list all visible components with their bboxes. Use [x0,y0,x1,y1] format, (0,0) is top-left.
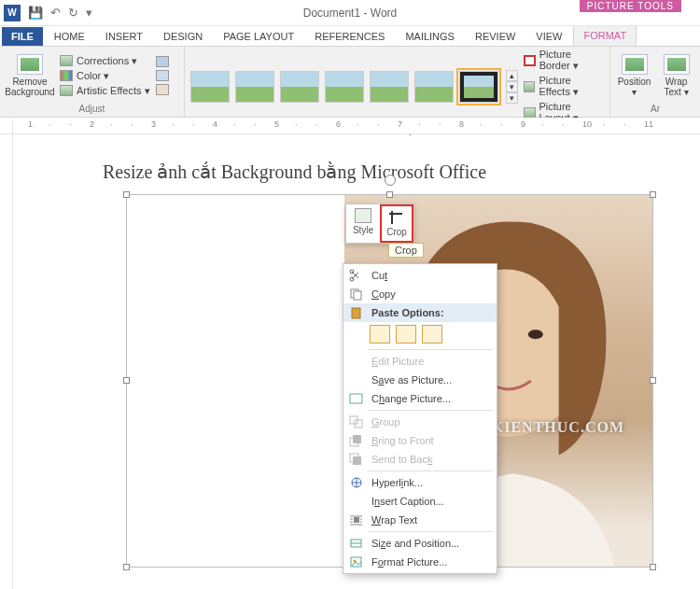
corrections-button[interactable]: Corrections ▾ [60,55,150,67]
artistic-effects-button[interactable]: Artistic Effects ▾ [60,85,150,97]
artistic-effects-icon [60,85,73,96]
resize-handle[interactable] [123,564,130,570]
gallery-more-icon[interactable]: ▾ [506,92,518,104]
horizontal-ruler[interactable]: 1··2··3··4··5··6··7··8··9··10··11 [0,118,700,134]
wrap-text-icon [664,54,690,75]
style-icon [355,208,371,223]
ctx-save-as-picture[interactable]: Save as Picture... [343,371,497,389]
change-picture-ribbon-button[interactable] [156,70,169,81]
group-icon [349,415,364,428]
size-icon [349,537,364,550]
color-label: Color ▾ [77,70,109,82]
reset-icon [156,84,169,95]
ctx-group: Group [343,413,497,431]
ctx-hyperlink[interactable]: Hyperlink... [343,473,497,492]
gallery-down-icon[interactable]: ▾ [506,81,518,92]
ctx-change-picture[interactable]: Change Picture... [343,389,497,408]
ctx-send-back: Send to Back [343,450,497,469]
tab-references[interactable]: REFERENCES [305,27,394,46]
paste-option-keep-source[interactable] [370,325,390,344]
picture-border-button[interactable]: Picture Border ▾ [524,49,604,72]
scissors-icon [349,269,364,282]
tab-mailings[interactable]: MAILINGS [396,27,464,46]
resize-handle[interactable] [386,191,393,198]
tab-page-layout[interactable]: PAGE LAYOUT [214,27,303,46]
vertical-ruler[interactable] [12,119,13,589]
gallery-up-icon[interactable]: ▴ [506,70,518,81]
compress-button[interactable] [156,56,169,67]
ctx-paste-options-label: Paste Options: [343,303,497,322]
resize-handle[interactable] [123,191,130,198]
svg-rect-11 [353,435,361,443]
qat-customize-icon[interactable]: ▾ [86,6,92,20]
tab-design[interactable]: DESIGN [154,27,212,46]
mini-style-button[interactable]: Style [346,204,380,243]
remove-background-button[interactable]: Remove Background [6,54,54,97]
resize-handle[interactable] [650,564,656,570]
tab-home[interactable]: HOME [45,27,94,46]
crop-tooltip: Crop [388,243,424,258]
redo-icon[interactable]: ↻ [68,6,78,20]
ctx-copy[interactable]: Copy [343,285,497,303]
style-thumb-selected[interactable] [459,71,498,103]
picture-effects-button[interactable]: Picture Effects ▾ [524,75,604,98]
ctx-size-position[interactable]: Size and Position... [343,534,497,553]
style-thumb[interactable] [235,71,274,103]
position-button[interactable]: Position ▾ [616,54,652,97]
corrections-icon [60,55,73,66]
paste-option-merge[interactable] [396,325,416,344]
bring-front-icon [349,434,364,447]
resize-handle[interactable] [650,377,656,384]
reset-button[interactable] [156,84,169,95]
group-arrange-label: Ar [616,103,694,115]
style-thumb[interactable] [414,71,454,103]
ctx-wrap-text[interactable]: Wrap Text [343,511,497,529]
wrap-text-button[interactable]: Wrap Text ▾ [658,54,694,97]
style-thumb[interactable] [325,71,364,103]
ctx-insert-caption[interactable]: Insert Caption... [343,492,497,511]
context-menu: Cut Copy Paste Options: Edit Picture Sav… [343,263,497,574]
picture-styles-gallery[interactable] [190,71,498,103]
tab-view[interactable]: VIEW [526,27,571,46]
wrap-icon [349,513,364,526]
tab-format[interactable]: FORMAT [573,25,637,46]
format-picture-icon [349,555,364,568]
style-thumb[interactable] [280,71,319,103]
style-thumb[interactable] [370,71,409,103]
compress-icon [156,56,169,67]
crop-icon [388,210,405,225]
ctx-bring-front: Bring to Front [343,431,497,450]
color-button[interactable]: Color ▾ [60,70,150,82]
word-icon: W [4,5,21,21]
paste-option-picture[interactable] [422,325,442,344]
undo-icon[interactable]: ↶ [50,6,61,20]
svg-rect-7 [352,308,360,318]
resize-handle[interactable] [123,377,130,384]
ctx-format-picture[interactable]: Format Picture... [343,553,497,571]
window-title: Document1 - Word [303,7,397,20]
resize-handle[interactable] [650,191,656,198]
svg-rect-16 [354,517,359,523]
ctx-cut[interactable]: Cut [343,266,497,285]
mini-crop-button[interactable]: Crop [380,204,413,243]
tab-file[interactable]: FILE [2,27,43,46]
picture-border-label: Picture Border ▾ [539,49,604,72]
tab-insert[interactable]: INSERT [96,27,152,46]
group-adjust-label: Adjust [6,103,178,115]
paste-icon [349,306,364,319]
style-thumb[interactable] [190,71,230,103]
mini-style-label: Style [353,225,373,235]
document-heading: Resize ảnh cắt Background bằng Microsoft… [103,161,486,183]
remove-background-label: Remove Background [5,77,54,97]
change-picture-icon [349,392,364,405]
hyperlink-icon [349,476,364,489]
picture-border-icon [524,55,536,66]
position-icon [622,54,648,75]
position-label: Position ▾ [616,77,652,97]
ctx-paste-options [343,322,497,347]
picture-layout-icon [524,107,536,119]
save-icon[interactable]: 💾 [28,6,43,20]
tab-review[interactable]: REVIEW [466,27,525,46]
rotate-handle[interactable] [385,175,396,186]
svg-rect-14 [353,456,361,465]
